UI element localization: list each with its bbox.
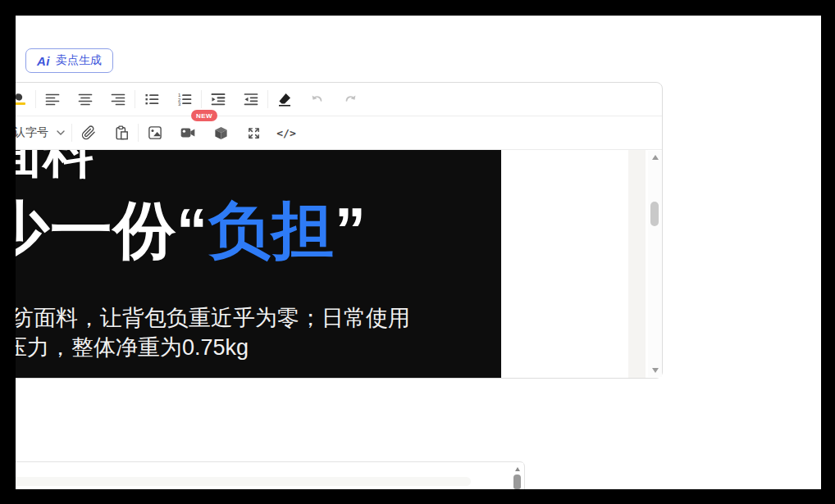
image-icon: [148, 125, 162, 140]
insert-video-button[interactable]: NEW: [171, 116, 204, 149]
code-view-button[interactable]: </>: [270, 116, 303, 149]
indent-increase-icon: [211, 92, 226, 107]
fullscreen-expand-icon: [247, 126, 261, 140]
align-right-icon: [111, 92, 125, 107]
font-size-value: 认字号: [16, 125, 48, 140]
editor-vertical-scrollbar[interactable]: [648, 151, 662, 377]
hero-image[interactable]: 面料 少一份“负担” 纺面料，让背包负重近乎为零；日常使用 压力，整体净重为0.…: [16, 150, 501, 378]
link-button[interactable]: [72, 116, 105, 149]
editor-content-area[interactable]: 面料 少一份“负担” 纺面料，让背包负重近乎为零；日常使用 压力，整体净重为0.…: [16, 150, 662, 378]
scroll-up-button[interactable]: [511, 465, 523, 473]
triangle-up-icon: [652, 155, 659, 160]
align-center-button[interactable]: [69, 83, 102, 116]
paste-clipboard-icon: [114, 125, 130, 141]
fullscreen-button[interactable]: [237, 116, 270, 149]
clear-format-eraser-icon: [277, 92, 292, 107]
link-paperclip-icon: [81, 125, 96, 140]
align-left-icon: [45, 92, 60, 107]
highlight-color-icon: [16, 92, 26, 107]
hero-body-line2: 压力，整体净重为0.75kg: [16, 337, 249, 359]
inner-scrollbar-track[interactable]: [628, 150, 646, 378]
hero-headline-suffix: ”: [335, 195, 367, 265]
triangle-down-icon: [652, 368, 659, 373]
indent-decrease-icon: [244, 92, 258, 107]
ai-selling-point-button[interactable]: Ai 卖点生成: [25, 48, 113, 73]
3d-cube-icon: [213, 125, 229, 141]
insert-image-button[interactable]: [139, 116, 171, 149]
undo-icon: [310, 92, 325, 107]
secondary-vertical-scrollbar[interactable]: [511, 463, 523, 489]
secondary-editor-box[interactable]: [16, 461, 525, 489]
font-size-select[interactable]: 认字号: [16, 116, 71, 149]
toolbar-row-2: 认字号: [16, 116, 662, 150]
align-center-icon: [78, 92, 93, 107]
align-right-button[interactable]: [102, 83, 135, 116]
video-camera-icon: [180, 125, 196, 141]
ordered-list-icon: 123: [177, 92, 192, 107]
toolbar-row-1: 123: [16, 83, 662, 116]
triangle-up-icon: [515, 467, 520, 471]
hero-body-line1: 纺面料，让背包负重近乎为零；日常使用: [16, 307, 410, 329]
secondary-content-placeholder: [16, 477, 471, 486]
indent-decrease-button[interactable]: [235, 83, 267, 116]
scrollbar-thumb[interactable]: [513, 474, 521, 489]
align-left-button[interactable]: [36, 83, 69, 116]
highlight-color-button[interactable]: [16, 83, 35, 116]
ai-logo: Ai: [37, 54, 50, 68]
unordered-list-icon: [144, 92, 159, 107]
hero-headline-prefix: 少一份“: [16, 195, 208, 265]
undo-button[interactable]: [301, 83, 334, 116]
scrollbar-thumb[interactable]: [650, 202, 659, 226]
insert-3d-model-button[interactable]: [204, 116, 237, 149]
chevron-down-icon: [57, 129, 65, 136]
svg-text:3: 3: [178, 102, 181, 107]
redo-icon: [343, 92, 358, 107]
scroll-down-button[interactable]: [648, 364, 662, 377]
paste-button[interactable]: [105, 116, 138, 149]
ai-button-label: 卖点生成: [56, 53, 102, 68]
hero-headline-highlight: 负担: [208, 195, 335, 265]
unordered-list-button[interactable]: [135, 83, 168, 116]
clear-format-button[interactable]: [268, 83, 301, 116]
scroll-up-button[interactable]: [648, 151, 662, 164]
new-badge: NEW: [191, 110, 217, 121]
code-icon: </>: [276, 127, 295, 139]
app-page: Ai 卖点生成: [16, 16, 821, 489]
redo-button[interactable]: [334, 83, 367, 116]
rich-text-editor-panel: 123: [16, 82, 663, 379]
hero-headline-top: 面料: [16, 150, 94, 179]
hero-headline-main: 少一份“负担”: [16, 199, 367, 261]
